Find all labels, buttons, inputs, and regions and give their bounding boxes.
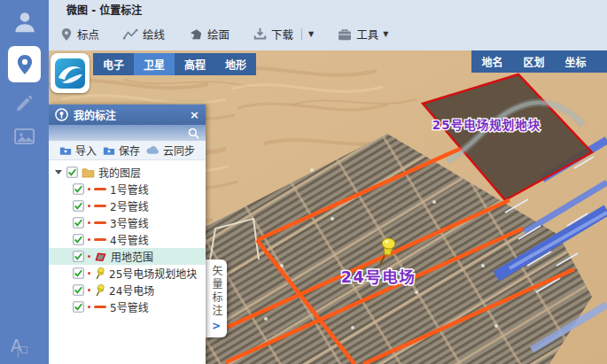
overlay-tab[interactable]: 地名 (471, 50, 513, 73)
panel-action-button[interactable]: 保存 (103, 143, 140, 158)
label-site-24: 24号电场 (341, 268, 416, 286)
basemap-tab[interactable]: 电子 (93, 53, 134, 75)
layer-row[interactable]: 1号管线 (49, 181, 206, 197)
chevron-right-icon: > (212, 320, 221, 332)
collapse-caret-icon[interactable] (55, 170, 62, 174)
text-cursor-icon (20, 346, 27, 353)
globe-icon (54, 58, 86, 89)
download-button[interactable]: 下载 ▼ (253, 26, 314, 43)
checkbox-checked-icon[interactable] (73, 251, 84, 262)
sidebar: A (0, 0, 49, 364)
polyline-symbol-icon (94, 205, 106, 207)
checkbox-checked-icon[interactable] (73, 301, 84, 313)
label-planned-block: 25号电场规划地块 (432, 118, 541, 132)
checkbox-checked-icon[interactable] (66, 167, 78, 178)
layer-group-label: 我的图层 (98, 165, 141, 180)
download-icon (253, 27, 267, 41)
annotations-panel: 我的标注 × (49, 105, 206, 364)
sidebar-item-annotate[interactable] (8, 46, 41, 82)
panel-action-button[interactable]: 导入 (59, 143, 97, 158)
polyline-symbol-icon (94, 238, 106, 241)
checkbox-checked-icon[interactable] (73, 284, 84, 296)
layer-list: 1号管线 (49, 181, 206, 315)
polygon-symbol-icon (94, 252, 107, 262)
overlay-tab[interactable]: 图 (596, 50, 607, 73)
tools-label: 工具 (356, 26, 378, 43)
checkbox-checked-icon[interactable] (73, 234, 84, 245)
pencil-icon (14, 92, 35, 113)
overlay-tab[interactable]: 坐标 (555, 50, 596, 73)
layer-row[interactable]: 4号管线 (49, 231, 206, 248)
folder-icon (103, 145, 115, 156)
app-window: A 微图 - 位置标注 标点 绘线 (0, 0, 607, 364)
download-label: 下载 (271, 26, 293, 43)
polyline-symbol-icon (94, 221, 106, 224)
checkbox-checked-icon[interactable] (73, 200, 84, 212)
close-icon[interactable]: × (190, 109, 199, 120)
polygon-icon (189, 28, 203, 41)
basemap-tab[interactable]: 高程 (175, 53, 215, 75)
mark-point-button[interactable]: 标点 (60, 26, 99, 43)
panel-action-button[interactable]: 云同步 (146, 143, 195, 158)
panel-actions: 导入 保存 (49, 141, 206, 160)
bullet-icon (88, 221, 90, 224)
layer-tree: 我的图层 (49, 160, 206, 364)
polyline-icon (123, 28, 138, 41)
pushpin-symbol-icon (94, 284, 105, 297)
image-icon (13, 126, 36, 147)
layer-row[interactable]: 3号管线 (49, 214, 206, 231)
user-icon[interactable] (0, 9, 49, 35)
panel-title: 我的标注 (74, 107, 184, 122)
overlay-tab[interactable]: 区划 (513, 50, 555, 73)
layer-row[interactable]: 5号管线 (49, 298, 206, 315)
search-icon (188, 128, 199, 139)
draw-polygon-button[interactable]: 绘面 (189, 26, 230, 43)
bullet-icon (88, 289, 90, 291)
briefcase-icon (338, 28, 352, 41)
cloud-icon (146, 145, 160, 155)
tools-button[interactable]: 工具 ▼ (338, 26, 388, 43)
search-input[interactable] (49, 125, 206, 141)
chevron-down-icon[interactable]: ▼ (383, 30, 388, 38)
draw-line-button[interactable]: 绘线 (123, 26, 165, 43)
draw-line-label: 绘线 (143, 26, 165, 43)
globe-logo[interactable] (51, 53, 89, 93)
titlebar: 微图 - 位置标注 (49, 0, 607, 18)
bullet-icon (88, 188, 90, 190)
overlay-tabs: 地名区划坐标图 (471, 50, 607, 73)
bullet-icon (88, 205, 90, 207)
location-pin-icon (15, 53, 35, 76)
annotation-pin-icon (55, 108, 68, 121)
mark-point-label: 标点 (77, 26, 99, 43)
polyline-symbol-icon (94, 188, 106, 190)
draw-polygon-label: 绘面 (207, 26, 230, 43)
layer-row[interactable]: 25号电场规划地块 (49, 265, 206, 282)
vector-annotation-tab[interactable]: 矢量标注 > (206, 259, 227, 337)
sidebar-item-image[interactable] (0, 126, 49, 147)
basemap-tab[interactable]: 地形 (215, 53, 256, 75)
user-icon (12, 9, 38, 35)
checkbox-checked-icon[interactable] (73, 183, 84, 195)
pin-icon (60, 27, 73, 42)
checkbox-checked-icon[interactable] (73, 217, 84, 228)
chevron-down-icon[interactable]: ▼ (308, 30, 314, 38)
panel-header: 我的标注 × (49, 105, 206, 125)
sidebar-item-text-label[interactable]: A (11, 336, 27, 355)
sidebar-item-draw[interactable] (0, 92, 49, 113)
map-viewport[interactable]: 25号电场规划地块 24号电场 电子卫星高程地形 地名区划坐标图 (49, 50, 607, 364)
bullet-icon (88, 255, 90, 258)
folder-icon (82, 167, 95, 178)
bullet-icon (88, 238, 90, 241)
pushpin-symbol-icon (94, 267, 105, 280)
toolbar: 标点 绘线 绘面 下载 (49, 18, 607, 50)
basemap-tab[interactable]: 卫星 (134, 53, 175, 75)
layer-row[interactable]: 24号电场 (49, 282, 206, 298)
layer-group-row[interactable]: 我的图层 (49, 164, 206, 181)
layer-row[interactable]: 用地范围 (49, 248, 206, 265)
polyline-symbol-icon (94, 306, 106, 308)
layer-row[interactable]: 2号管线 (49, 197, 206, 214)
checkbox-checked-icon[interactable] (73, 267, 84, 279)
bullet-icon (88, 306, 90, 308)
bullet-icon (88, 272, 90, 275)
vector-annotation-label: 矢量标注 (211, 265, 222, 318)
